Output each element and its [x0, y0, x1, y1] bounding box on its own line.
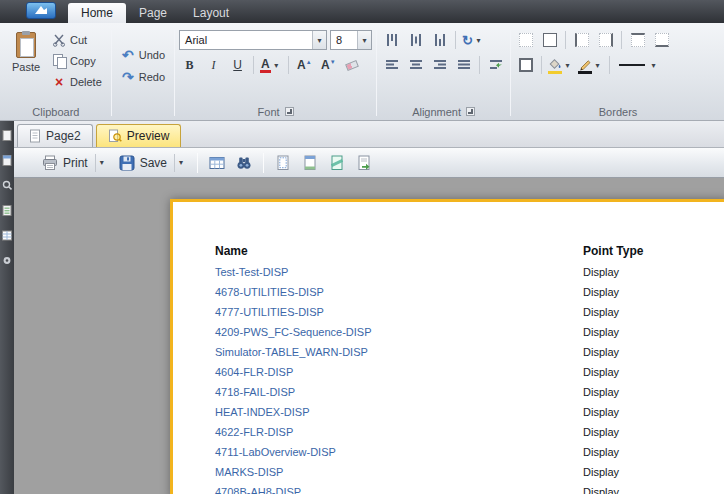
align-bottom-button[interactable] [429, 30, 450, 50]
undo-button[interactable]: ↶ Undo [116, 44, 170, 65]
preview-surface[interactable]: Name Point Type Test-Test-DISP Display 4… [14, 178, 724, 494]
save-button[interactable]: Save [113, 151, 191, 175]
ribbon-group-borders: Borders [512, 26, 724, 120]
copy-button[interactable]: Copy [47, 50, 107, 71]
dropdown-arrow-icon[interactable] [357, 31, 371, 49]
align-middle-button[interactable] [405, 30, 426, 50]
report-name-link[interactable]: Test-Test-DISP [215, 266, 288, 278]
italic-button[interactable]: I [203, 55, 224, 75]
border-left-button[interactable] [571, 30, 592, 50]
ribbon-tab-home[interactable]: Home [68, 3, 126, 23]
report-name-link[interactable]: 4209-PWS_FC-Sequence-DISP [215, 326, 372, 338]
align-right-button[interactable] [429, 55, 450, 75]
ribbon-group-separator [376, 30, 377, 116]
watermark-button[interactable] [324, 151, 350, 175]
underline-button[interactable]: U [227, 55, 248, 75]
border-none-button[interactable] [515, 30, 536, 50]
line-style-button[interactable] [615, 55, 660, 75]
border-outside-button[interactable] [515, 55, 536, 75]
report-name-link[interactable]: 4708B-AH8-DISP [215, 486, 301, 494]
page-margins-button[interactable] [270, 151, 296, 175]
report-name-link[interactable]: Simulator-TABLE_WARN-DISP [215, 346, 368, 358]
app-logo-icon[interactable] [26, 2, 56, 19]
font-dialog-launcher[interactable] [285, 107, 294, 116]
font-name-combobox[interactable]: Arial [179, 30, 327, 50]
grow-font-button[interactable]: A▲ [294, 55, 315, 75]
search-button[interactable] [231, 151, 257, 175]
dock-panel-icon-5[interactable] [2, 230, 12, 241]
report-name-link[interactable]: 4777-UTILITIES-DISP [215, 306, 324, 318]
page-setup-icon [302, 155, 318, 171]
tab-page2[interactable]: Page2 [17, 124, 93, 147]
dock-panel-icon-3[interactable] [2, 180, 12, 191]
border-outside-icon [519, 58, 533, 72]
dropdown-arrow-icon[interactable] [592, 61, 603, 70]
align-center-button[interactable] [405, 55, 426, 75]
parameters-button[interactable] [204, 151, 230, 175]
dropdown-arrow-icon[interactable] [648, 61, 659, 70]
report-name-link[interactable]: 4718-FAIL-DISP [215, 386, 295, 398]
save-icon [119, 155, 135, 171]
dock-panel-icon-2[interactable] [2, 155, 12, 166]
table-row: 4678-UTILITIES-DISP Display [215, 282, 720, 302]
alignment-dialog-launcher[interactable] [466, 107, 475, 116]
clear-formatting-button[interactable] [342, 55, 363, 75]
justify-button[interactable] [453, 55, 474, 75]
rotate-icon: ↻ [462, 33, 473, 48]
border-top-button[interactable] [627, 30, 648, 50]
export-document-button[interactable] [351, 151, 377, 175]
border-bottom-icon [655, 33, 669, 47]
shrink-font-icon: A▼ [321, 58, 336, 72]
report-name-link[interactable]: 4622-FLR-DISP [215, 426, 293, 438]
dock-panel-icon-4[interactable] [2, 205, 12, 216]
document-tab-bar: Page2 Preview [14, 121, 724, 148]
table-row: 4209-PWS_FC-Sequence-DISP Display [215, 322, 720, 342]
border-all-icon [543, 33, 557, 47]
ribbon-tab-layout[interactable]: Layout [180, 3, 242, 23]
dropdown-arrow-icon[interactable] [473, 36, 484, 45]
line-color-button[interactable] [577, 55, 604, 75]
delete-button[interactable]: × Delete [47, 71, 107, 92]
dropdown-arrow-icon[interactable] [312, 31, 326, 49]
border-top-icon [631, 33, 645, 47]
font-size-combobox[interactable]: 8 [330, 30, 372, 50]
dock-panel-icon-1[interactable] [2, 130, 12, 141]
redo-icon: ↷ [121, 70, 135, 84]
report-point-type: Display [583, 366, 720, 378]
alignment-group-label: Alignment [412, 106, 461, 118]
shrink-font-button[interactable]: A▼ [318, 55, 339, 75]
save-dropdown-arrow[interactable] [174, 154, 185, 172]
ribbon-tab-page[interactable]: Page [126, 3, 180, 23]
border-bottom-button[interactable] [651, 30, 672, 50]
text-rotation-button[interactable]: ↻ [461, 30, 485, 50]
report-point-type: Display [583, 466, 720, 478]
redo-button[interactable]: ↷ Redo [116, 66, 170, 87]
report-name-link[interactable]: MARKS-DISP [215, 466, 283, 478]
report-name-link[interactable]: 4678-UTILITIES-DISP [215, 286, 324, 298]
report-name-link[interactable]: HEAT-INDEX-DISP [215, 406, 310, 418]
align-top-button[interactable] [381, 30, 402, 50]
fill-color-button[interactable] [547, 55, 574, 75]
dropdown-arrow-icon[interactable] [562, 61, 573, 70]
border-right-button[interactable] [595, 30, 616, 50]
print-dropdown-arrow[interactable] [95, 154, 106, 172]
dropdown-arrow-icon[interactable] [271, 61, 282, 70]
table-row: 4708B-AH8-DISP Display [215, 482, 720, 494]
report-point-type: Display [583, 346, 720, 358]
cut-button[interactable]: Cut [47, 29, 107, 50]
table-row: 4777-UTILITIES-DISP Display [215, 302, 720, 322]
align-left-button[interactable] [381, 55, 402, 75]
pencil-icon [578, 57, 592, 74]
report-name-link[interactable]: 4711-LabOverview-DISP [215, 446, 336, 458]
tab-preview[interactable]: Preview [96, 124, 182, 147]
border-all-button[interactable] [539, 30, 560, 50]
page-setup-button[interactable] [297, 151, 323, 175]
font-color-button[interactable]: A [259, 55, 283, 75]
print-button[interactable]: Print [36, 151, 112, 175]
wrap-text-button[interactable] [485, 55, 506, 75]
bold-button[interactable]: B [179, 55, 200, 75]
report-name-link[interactable]: 4604-FLR-DISP [215, 366, 293, 378]
dock-panel-icon-6[interactable] [2, 255, 12, 266]
paste-button[interactable]: Paste [5, 27, 47, 104]
copy-icon [52, 54, 66, 68]
